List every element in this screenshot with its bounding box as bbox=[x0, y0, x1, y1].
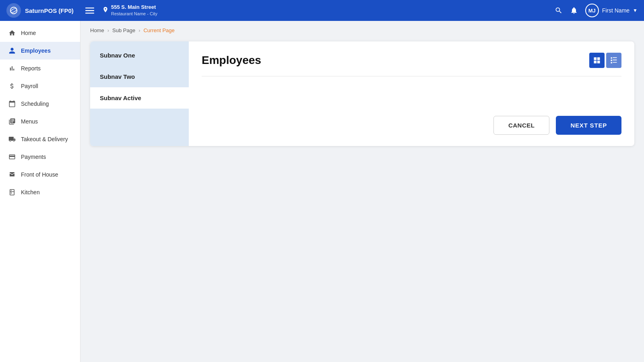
bar-chart-icon bbox=[8, 65, 16, 72]
calendar-icon bbox=[8, 100, 16, 107]
sidebar-item-front-of-house[interactable]: Front of House bbox=[0, 166, 80, 183]
sidebar-item-scheduling[interactable]: Scheduling bbox=[0, 95, 80, 113]
top-navigation: SaturnPOS (FP0) 555 S. Main Street Resta… bbox=[0, 0, 644, 21]
panel-body bbox=[202, 84, 621, 103]
breadcrumb-subpage[interactable]: Sub Page bbox=[112, 27, 135, 33]
dollar-icon bbox=[8, 82, 16, 90]
sidebar-label-employees: Employees bbox=[21, 47, 51, 54]
svg-rect-4 bbox=[85, 13, 94, 14]
grid-view-button[interactable] bbox=[589, 53, 605, 68]
breadcrumb-home[interactable]: Home bbox=[90, 27, 104, 33]
sidebar-label-menus: Menus bbox=[21, 118, 38, 125]
chevron-down-icon: ▼ bbox=[633, 8, 638, 13]
panel-header: Employees bbox=[202, 53, 621, 76]
address-line1: 555 S. Main Street bbox=[111, 4, 157, 11]
sidebar: Home Employees Reports Payroll Schedulin… bbox=[0, 21, 80, 362]
breadcrumb-current-page: Current Page bbox=[143, 27, 174, 33]
logo-icon bbox=[6, 3, 21, 18]
location-info: 555 S. Main Street Restaurant Name - Cit… bbox=[102, 4, 157, 16]
topnav-action-icons: MJ First Name ▼ bbox=[555, 4, 638, 17]
sidebar-item-menus[interactable]: Menus bbox=[0, 113, 80, 130]
main-content: Home › Sub Page › Current Page Subnav On… bbox=[80, 21, 644, 362]
card-icon bbox=[8, 153, 16, 160]
sidebar-item-reports[interactable]: Reports bbox=[0, 60, 80, 77]
sidebar-item-employees[interactable]: Employees bbox=[0, 42, 80, 60]
cancel-button[interactable]: CANCEL bbox=[493, 116, 550, 135]
subnav-item-one[interactable]: Subnav One bbox=[90, 45, 189, 66]
sidebar-label-scheduling: Scheduling bbox=[21, 101, 49, 107]
next-step-button[interactable]: NEXT STEP bbox=[556, 116, 621, 135]
app-name: SaturnPOS (FP0) bbox=[25, 7, 74, 14]
sidebar-item-home[interactable]: Home bbox=[0, 24, 80, 42]
sidebar-item-payroll[interactable]: Payroll bbox=[0, 77, 80, 95]
sidebar-label-kitchen: Kitchen bbox=[21, 189, 40, 195]
sidebar-item-kitchen[interactable]: Kitchen bbox=[0, 183, 80, 201]
delivery-icon bbox=[8, 136, 16, 143]
content-card: Subnav One Subnav Two Subnav Active Empl… bbox=[90, 41, 634, 146]
sidebar-label-front-of-house: Front of House bbox=[21, 171, 58, 178]
home-icon bbox=[8, 29, 16, 37]
svg-rect-2 bbox=[85, 8, 94, 8]
main-layout: Home Employees Reports Payroll Schedulin… bbox=[0, 21, 644, 362]
address-line2: Restaurant Name - City bbox=[111, 11, 157, 16]
sidebar-item-payments[interactable]: Payments bbox=[0, 148, 80, 166]
menu-book-icon bbox=[8, 118, 16, 125]
subnav-panel: Subnav One Subnav Two Subnav Active bbox=[90, 41, 189, 146]
breadcrumb: Home › Sub Page › Current Page bbox=[90, 27, 634, 33]
main-panel: Employees bbox=[189, 41, 634, 146]
sidebar-label-takeout: Takeout & Delivery bbox=[21, 136, 68, 142]
notifications-button[interactable] bbox=[570, 6, 578, 14]
svg-rect-3 bbox=[85, 10, 94, 11]
subnav-item-two[interactable]: Subnav Two bbox=[90, 66, 189, 87]
username-label: First Name bbox=[602, 7, 630, 14]
location-pin-icon bbox=[102, 6, 109, 14]
sidebar-label-payroll: Payroll bbox=[21, 83, 38, 89]
subnav-empty-space bbox=[90, 109, 189, 133]
person-icon bbox=[8, 47, 16, 54]
app-logo: SaturnPOS (FP0) bbox=[6, 3, 79, 18]
kitchen-icon bbox=[8, 189, 16, 196]
panel-actions: CANCEL NEXT STEP bbox=[202, 116, 621, 135]
sidebar-label-home: Home bbox=[21, 30, 36, 36]
store-icon bbox=[8, 171, 16, 178]
panel-title: Employees bbox=[202, 54, 261, 67]
sidebar-label-reports: Reports bbox=[21, 65, 41, 72]
search-button[interactable] bbox=[555, 6, 563, 14]
breadcrumb-separator-1: › bbox=[107, 27, 109, 33]
user-menu[interactable]: MJ First Name ▼ bbox=[585, 4, 638, 17]
sidebar-label-payments: Payments bbox=[21, 154, 46, 160]
view-toggle-group bbox=[589, 53, 621, 68]
list-view-button[interactable] bbox=[606, 53, 621, 68]
avatar: MJ bbox=[585, 4, 599, 17]
subnav-item-active[interactable]: Subnav Active bbox=[90, 87, 189, 109]
menu-hamburger-button[interactable] bbox=[85, 6, 94, 15]
breadcrumb-separator-2: › bbox=[138, 27, 140, 33]
sidebar-item-takeout[interactable]: Takeout & Delivery bbox=[0, 130, 80, 148]
